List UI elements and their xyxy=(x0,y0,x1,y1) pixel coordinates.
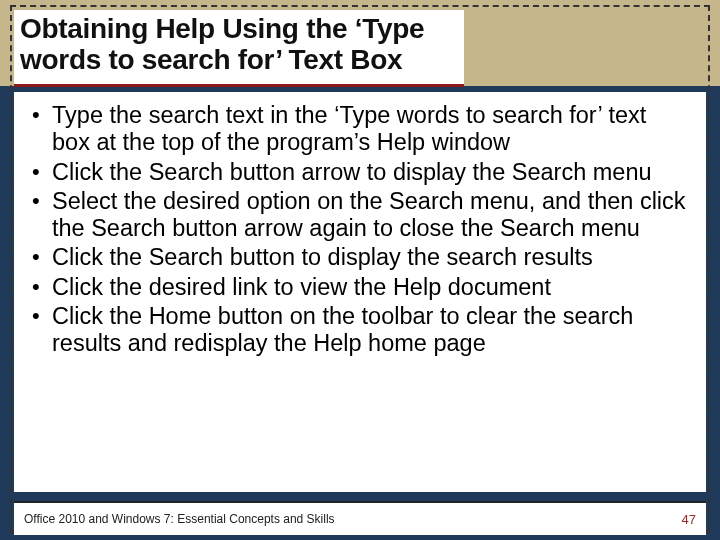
list-item: Click the desired link to view the Help … xyxy=(30,274,690,301)
slide-footer: Office 2010 and Windows 7: Essential Con… xyxy=(14,501,706,535)
list-item: Select the desired option on the Search … xyxy=(30,188,690,243)
list-item: Click the Search button arrow to display… xyxy=(30,159,690,186)
slide-title: Obtaining Help Using the ‘Type words to … xyxy=(20,14,458,76)
list-item: Click the Search button to display the s… xyxy=(30,244,690,271)
footer-text: Office 2010 and Windows 7: Essential Con… xyxy=(24,512,335,526)
list-item: Click the Home button on the toolbar to … xyxy=(30,303,690,358)
slide-title-box: Obtaining Help Using the ‘Type words to … xyxy=(14,10,464,87)
slide-content: Type the search text in the ‘Type words … xyxy=(14,92,706,492)
list-item: Type the search text in the ‘Type words … xyxy=(30,102,690,157)
bullet-list: Type the search text in the ‘Type words … xyxy=(30,102,690,357)
page-number: 47 xyxy=(682,512,696,527)
